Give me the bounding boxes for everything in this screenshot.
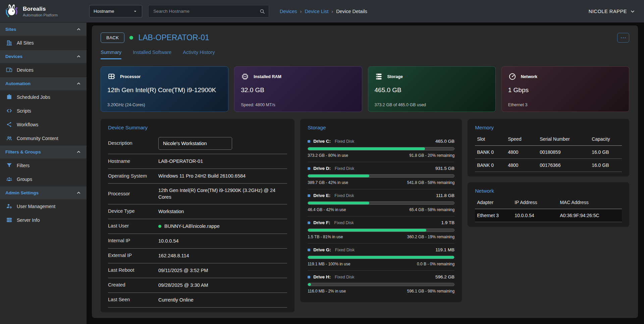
groups-icon: [6, 176, 12, 182]
drive-name: Drive H:: [313, 274, 331, 279]
tab[interactable]: Installed Software: [133, 50, 171, 59]
sidebar-item-label: All Sites: [17, 40, 34, 46]
summary-label: Last User: [108, 223, 158, 230]
back-button[interactable]: BACK: [101, 33, 124, 43]
sidebar-item[interactable]: Server Info: [0, 213, 87, 227]
breadcrumb-separator: ›: [300, 9, 302, 14]
sidebar-item[interactable]: Groups: [0, 172, 87, 186]
drive-total: 111.8 GB: [436, 193, 454, 198]
summary-value: Currently Online: [158, 297, 194, 303]
drive-total: 596.2 GB: [435, 274, 454, 279]
stat-card-footer: Ethernet 3: [508, 103, 528, 107]
drive-remaining: 360.2 GB - 19% remaining: [407, 235, 454, 239]
breadcrumb-item[interactable]: Device List ›: [305, 9, 333, 14]
sidebar-item[interactable]: Scheduled Jobs: [0, 90, 87, 104]
section-label: Sites: [5, 27, 16, 32]
sidebar-section-devices[interactable]: Devices: [0, 50, 87, 63]
memory-capacity: 16.0 GB: [592, 149, 620, 155]
summary-label: Operating System: [108, 173, 158, 180]
drive-bullet-icon: [308, 194, 310, 197]
network-adapter: Ethernet 3: [477, 213, 515, 218]
user-gear-icon: [6, 203, 12, 209]
description-input[interactable]: [158, 137, 232, 150]
content-area: BACK LAB-OPERATOR-01 ⋯ Summary Installed…: [87, 22, 644, 324]
drive-name: Drive C:: [313, 139, 331, 144]
summary-row: External IP 162.248.8.114: [108, 249, 287, 263]
hostname-filter-dropdown[interactable]: Hostname: [89, 5, 142, 17]
building-icon: [6, 40, 12, 46]
breadcrumb-item[interactable]: Devices ›: [280, 9, 302, 14]
network-table-header: Adapter IP Address MAC Address: [475, 198, 622, 209]
stat-card-value: 32.0 GB: [241, 86, 355, 94]
drive-name: Drive F:: [313, 220, 330, 225]
summary-value: 10.0.0.54: [158, 238, 178, 244]
summary-row: Last Seen Currently Online: [108, 293, 287, 308]
summary-value: 09/11/2025 @ 3:52 PM: [158, 267, 208, 274]
drive-usage-bar: [308, 229, 454, 232]
column-header: IP Address: [515, 200, 560, 205]
summary-row: Created 09/28/2025 @ 3:30 AM: [108, 278, 287, 293]
stat-card: Storage 465.0 GB 373.2 GB of 465.0 GB us…: [368, 66, 496, 112]
device-summary-panel: Device Summary Description Hostname LAB: [101, 119, 294, 312]
devices-icon: [6, 67, 12, 73]
summary-label: Processor: [108, 191, 158, 197]
drive-type: Fixed Disk: [334, 193, 354, 198]
sidebar-item[interactable]: All Sites: [0, 36, 87, 50]
breadcrumb-separator: ›: [331, 9, 333, 14]
drive-type: Fixed Disk: [335, 139, 354, 144]
sidebar-item-label: Groups: [17, 177, 32, 182]
tab[interactable]: Activity History: [183, 50, 215, 59]
summary-value: 12th Gen Intel(R) Core(TM) i9-12900K (3.…: [158, 187, 287, 201]
drive-type: Fixed Disk: [334, 220, 354, 225]
summary-row: Processor 12th Gen Intel(R) Core(TM) i9-…: [108, 184, 287, 204]
online-status-dot: [129, 36, 133, 40]
dropdown-value: Hostname: [94, 9, 114, 14]
user-menu[interactable]: NICOLE RAPPE: [589, 9, 635, 14]
community-icon: [6, 135, 12, 141]
summary-row: Last User BUNNY-LAB\nicole.rappe: [108, 219, 287, 234]
sidebar-item[interactable]: Workflows: [0, 118, 87, 131]
sidebar-item[interactable]: User Management: [0, 199, 87, 213]
panel-title: Storage: [308, 125, 454, 131]
sidebar-section-automation[interactable]: Automation: [0, 77, 87, 90]
breadcrumb: Devices › Device List › Device Details ›: [280, 9, 367, 14]
drive-type: Fixed Disk: [335, 248, 355, 252]
drive-usage-fill: [308, 175, 369, 177]
summary-label: External IP: [108, 252, 158, 259]
drive-remaining: 596.1 GB - 98% remaining: [407, 289, 454, 294]
search-icon[interactable]: [259, 8, 265, 14]
sidebar-item[interactable]: Filters: [0, 158, 87, 172]
tab-bar: Summary Installed Software Activity Hist…: [101, 50, 629, 59]
drive-bullet-icon: [308, 140, 310, 143]
sidebar-item[interactable]: Community Content: [0, 131, 87, 145]
drive-row: Drive D: Fixed Disk 931.5 GB 389.7 GB - …: [308, 162, 454, 189]
sidebar-item-label: Community Content: [17, 136, 58, 141]
breadcrumb-item[interactable]: Device Details ›: [336, 9, 367, 14]
network-ip: 10.0.0.54: [515, 213, 560, 218]
app-subtitle: Automation Platform: [23, 13, 58, 17]
briefcase-icon: [6, 94, 12, 100]
sidebar-section-filters-groups[interactable]: Filters & Groups: [0, 145, 87, 158]
drive-row: Drive H: Fixed Disk 596.2 GB 116.0 MB - …: [308, 271, 454, 298]
stat-card: Processor 12th Gen Intel(R) Core(TM) i9-…: [101, 66, 228, 112]
stat-card-label: Storage: [387, 74, 403, 79]
sidebar-item-label: Server Info: [17, 217, 40, 223]
more-actions-button[interactable]: ⋯: [617, 33, 629, 43]
stat-card-footer: 3.20GHz (24-Cores): [107, 103, 145, 107]
stat-card-footer: Speed: 4800 MT/s: [241, 103, 275, 107]
device-details-card: BACK LAB-OPERATOR-01 ⋯ Summary Installed…: [92, 25, 638, 318]
tab[interactable]: Summary: [101, 50, 121, 59]
drive-total: 119.1 MB: [435, 247, 454, 252]
summary-row: Device Type Workstation: [108, 204, 287, 219]
sidebar-item-label: Filters: [17, 163, 30, 168]
sidebar-item[interactable]: Devices: [0, 63, 87, 77]
column-header: Slot: [477, 136, 508, 142]
sidebar-item[interactable]: Scripts: [0, 104, 87, 118]
sidebar-section-admin-settings[interactable]: Admin Settings: [0, 186, 87, 199]
sidebar-section-sites[interactable]: Sites: [0, 22, 87, 36]
gauge-icon: [508, 72, 517, 81]
search-input[interactable]: [153, 9, 259, 14]
panel-title: Device Summary: [108, 125, 287, 131]
server-icon: [6, 217, 12, 223]
drive-used: 1.5 TB - 81% in use: [308, 235, 343, 239]
